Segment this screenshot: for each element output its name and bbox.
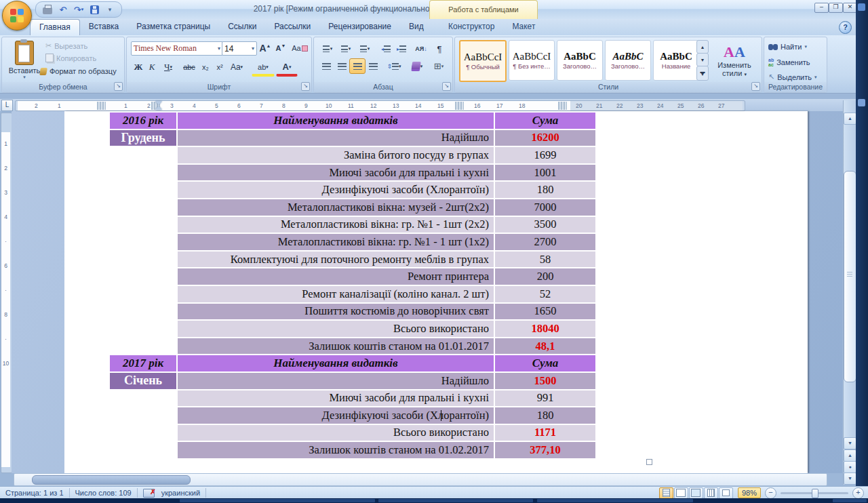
italic-button[interactable]: K — [145, 59, 159, 75]
hanging-indent-marker[interactable] — [155, 106, 162, 110]
cut-button[interactable]: ✂ Вырезать — [45, 41, 87, 50]
draft-view-button[interactable] — [719, 487, 733, 499]
office-button[interactable] — [2, 1, 32, 31]
expense-value-cell[interactable]: 7000 — [495, 199, 595, 216]
expense-name-cell[interactable]: Заміна битого посуду в групах — [178, 147, 494, 163]
expense-value-cell[interactable]: 18040 — [495, 321, 595, 337]
print-layout-view-button[interactable] — [659, 487, 673, 499]
help-icon[interactable]: ? — [839, 21, 852, 34]
expense-name-cell[interactable]: Миючі засоби для пральні і кухні — [178, 390, 494, 407]
expense-value-cell[interactable]: 180 — [495, 407, 595, 424]
select-browse-object-button[interactable]: ● — [844, 461, 856, 473]
bold-button[interactable]: Ж — [131, 59, 146, 75]
tab-4[interactable]: Ссылки — [219, 19, 265, 35]
styles-scroll-up[interactable]: ▲ — [696, 40, 709, 54]
align-right-button[interactable] — [349, 58, 366, 74]
web-layout-view-button[interactable] — [689, 487, 703, 499]
replace-button[interactable]: abac Заменить — [768, 58, 810, 67]
header-sum-cell[interactable]: Сума — [495, 113, 595, 129]
line-spacing-button[interactable]: ⇕ — [384, 58, 404, 74]
expense-name-cell[interactable]: Залишок коштів станом на 01.01.2017 — [178, 338, 494, 355]
show-marks-button[interactable]: ¶ — [431, 41, 448, 56]
expense-value-cell[interactable]: 16200 — [495, 130, 595, 146]
year-cell[interactable]: 2016 рік — [110, 113, 176, 129]
align-left-button[interactable] — [318, 58, 334, 74]
scroll-up-arrow[interactable]: ▲ — [844, 113, 856, 125]
expense-value-cell[interactable]: 48,1 — [495, 338, 595, 355]
strikethrough-button[interactable]: abc — [180, 59, 199, 75]
align-center-button[interactable] — [334, 58, 350, 74]
expense-value-cell[interactable]: 1699 — [495, 147, 595, 163]
tab-1[interactable]: Главная — [30, 19, 80, 35]
month-cell[interactable]: Січень — [110, 373, 176, 389]
expense-name-cell[interactable]: Залишок коштів станом на 01.02.2017 — [178, 442, 494, 458]
expense-value-cell[interactable]: 180 — [495, 182, 595, 198]
page-indicator[interactable]: Страница: 1 из 1 — [5, 489, 64, 497]
bullets-button[interactable] — [318, 41, 337, 56]
tab-6[interactable]: Рецензирование — [319, 19, 400, 35]
tab-5[interactable]: Рассылки — [265, 19, 319, 35]
expense-name-cell[interactable]: Всього використано — [178, 425, 494, 441]
change-case-button[interactable]: Aa — [226, 59, 247, 75]
expense-value-cell[interactable]: 1171 — [495, 425, 595, 441]
expense-value-cell[interactable]: 377,10 — [495, 442, 595, 458]
justify-button[interactable] — [365, 58, 381, 74]
first-line-indent-marker[interactable] — [155, 101, 162, 105]
clear-formatting-button[interactable]: Aa — [291, 40, 309, 56]
close-button[interactable]: ✕ — [843, 3, 857, 13]
expense-value-cell[interactable]: 1500 — [495, 373, 595, 389]
expense-value-cell[interactable]: 1001 — [495, 165, 595, 181]
zoom-slider-thumb[interactable] — [812, 489, 818, 498]
expense-name-cell[interactable]: Металопластикові вікна: музей - 2шт(2х2) — [178, 199, 494, 216]
tab-2[interactable]: Вставка — [80, 19, 128, 35]
vertical-scrollbar-thumb[interactable] — [844, 171, 856, 382]
vertical-ruler[interactable]: 1234·6·8·10 — [1, 113, 12, 473]
restore-button[interactable]: ❐ — [829, 3, 843, 13]
tab-7[interactable]: Вид — [400, 19, 433, 35]
paragraph-dialog-launcher[interactable]: ↘ — [442, 82, 451, 91]
grow-font-button[interactable]: A▲ — [257, 40, 273, 56]
taskbar-item[interactable] — [537, 499, 693, 502]
horizontal-scrollbar[interactable] — [14, 473, 827, 486]
paste-button[interactable]: Вставить — [7, 40, 41, 81]
increase-indent-button[interactable]: ▸ — [393, 41, 410, 56]
ruler-column-marker[interactable] — [97, 102, 106, 110]
expense-name-cell[interactable]: Металопластикові вікна: гр. №1 - 1 шт (1… — [178, 234, 494, 250]
expense-name-cell[interactable]: Дезинфікуючі засоби (Хлорантоїн) — [178, 407, 494, 424]
expense-name-cell[interactable]: Миючі засоби для пральні і кухні — [178, 165, 494, 181]
taskbar-item[interactable] — [833, 499, 867, 502]
next-page-button[interactable]: ▼ — [844, 472, 856, 485]
borders-button[interactable]: ⊞ — [428, 58, 450, 74]
taskbar-item[interactable] — [180, 499, 375, 502]
style-chip-2[interactable]: AaBbCcI¶ Без инте… — [509, 40, 555, 81]
expense-value-cell[interactable]: 3500 — [495, 217, 595, 233]
qat-customize-icon[interactable]: ▾ — [104, 3, 116, 16]
scroll-down-arrow[interactable]: ▼ — [844, 437, 856, 449]
ruler-column-marker[interactable] — [558, 102, 567, 110]
styles-more-button[interactable]: ▬▼ — [696, 66, 709, 81]
tab-stop-selector[interactable]: L — [1, 100, 13, 111]
shading-button[interactable] — [407, 58, 427, 74]
ruler-column-marker[interactable] — [455, 102, 464, 110]
tab-9[interactable]: Макет — [503, 19, 544, 35]
zoom-level[interactable]: 98% — [738, 487, 761, 498]
change-styles-button[interactable]: AA Изменить стили — [713, 40, 756, 81]
decrease-indent-button[interactable]: ◂ — [378, 41, 394, 56]
font-dialog-launcher[interactable]: ↘ — [301, 82, 310, 91]
header-name-cell[interactable]: Найменування видатків — [178, 355, 494, 371]
tab-8[interactable]: Конструктор — [439, 19, 503, 35]
multilevel-list-button[interactable] — [355, 41, 375, 56]
expense-name-cell[interactable]: Пошиття костюмів до новорічних свят — [178, 304, 494, 320]
subscript-button[interactable]: x₂ — [198, 59, 213, 75]
style-chip-3[interactable]: AaBbCЗаголово… — [557, 40, 603, 81]
sort-button[interactable]: АЯ↓ — [412, 41, 430, 56]
shrink-font-button[interactable]: A▼ — [273, 40, 288, 56]
print-icon[interactable] — [41, 3, 54, 16]
spellcheck-icon[interactable] — [143, 489, 155, 498]
copy-button[interactable]: Копировать — [45, 54, 96, 62]
horizontal-scrollbar-thumb[interactable] — [32, 475, 191, 485]
header-sum-cell[interactable]: Сума — [495, 355, 595, 371]
header-name-cell[interactable]: Найменування видатків — [178, 113, 494, 129]
numbering-button[interactable] — [336, 41, 355, 56]
expense-name-cell[interactable]: Металопластикові вікна: гр. №1 - 1шт (2х… — [178, 217, 494, 233]
